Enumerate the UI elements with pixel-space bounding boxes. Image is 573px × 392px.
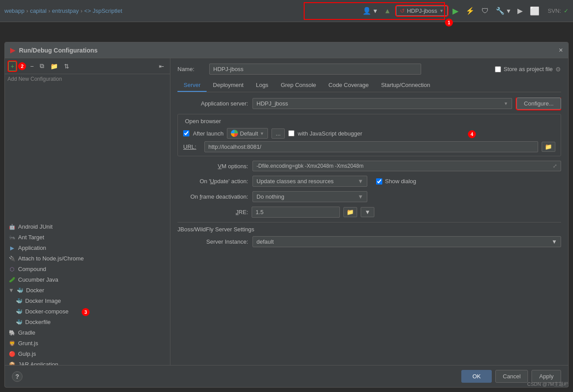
tree-item-android[interactable]: 🤖 Android JUnit: [5, 222, 170, 232]
url-input[interactable]: [204, 141, 538, 152]
profile-run-button[interactable]: 🔧 ▾: [494, 5, 512, 16]
ok-button[interactable]: OK: [461, 370, 492, 383]
on-frame-value: Do nothing: [256, 193, 284, 200]
remove-config-button[interactable]: −: [28, 61, 36, 71]
collapse-button[interactable]: ⇤: [157, 61, 166, 71]
dialog-icon: ▶: [10, 46, 15, 54]
name-input[interactable]: [209, 64, 421, 75]
cancel-button[interactable]: Cancel: [495, 370, 528, 383]
run-config-selector[interactable]: ↺ HDPJ-jboss ▼: [396, 6, 448, 16]
run-with-button[interactable]: ▶: [515, 5, 525, 16]
dialog-title-bar: ▶ Run/Debug Configurations ×: [5, 42, 568, 58]
tab-logs[interactable]: Logs: [250, 79, 275, 92]
tab-deployment[interactable]: Deployment: [207, 79, 249, 92]
js-debugger-checkbox[interactable]: [288, 130, 294, 136]
copy-config-button[interactable]: ⧉: [38, 61, 46, 71]
tree-item-grunt[interactable]: 🦁 Grunt.js: [5, 338, 170, 349]
show-dialog-checkbox[interactable]: [376, 178, 382, 185]
left-panel: + 2 − ⧉ 📁 ⇅ ⇤ Add New Configuration 🤖 An…: [5, 58, 170, 365]
on-frame-select[interactable]: Do nothing ▼: [253, 191, 367, 202]
tree-item-gradle[interactable]: 🐘 Gradle: [5, 328, 170, 338]
tab-code-coverage[interactable]: Code Coverage: [322, 79, 375, 92]
jre-folder-button[interactable]: 📁: [343, 207, 357, 217]
vm-options-value: -Dfile.encoding=gbk -Xmx2048m -Xms2048m: [256, 163, 363, 169]
add-config-button[interactable]: +: [8, 61, 16, 71]
jre-input[interactable]: [252, 207, 340, 218]
tree-item-docker[interactable]: ▼ 🐳 Docker: [5, 285, 170, 296]
jboss-settings-title: JBoss/WildFly Server Settings: [177, 222, 561, 233]
dockerfile-icon: 🐳: [15, 319, 23, 326]
url-folder-button[interactable]: 📁: [542, 142, 555, 152]
stop-button[interactable]: ⬜: [528, 5, 542, 17]
run-button[interactable]: ▶: [450, 5, 461, 17]
tab-grep-console[interactable]: Grep Console: [275, 79, 322, 92]
watermark: CSDN @7M主题栏: [527, 381, 569, 388]
tree-item-cucumber[interactable]: 🥒 Cucumber Java: [5, 275, 170, 285]
tree-item-ant[interactable]: 🐜 Ant Target: [5, 232, 170, 243]
run-config-name: HDPJ-jboss: [407, 8, 437, 14]
profile-button[interactable]: 👤 ▾: [360, 5, 379, 16]
after-launch-checkbox[interactable]: [183, 130, 189, 136]
vcs-update-button[interactable]: ▲: [382, 6, 393, 16]
jre-expand-button[interactable]: ▼: [361, 207, 374, 217]
gulp-icon: 🔴: [8, 351, 15, 358]
app-server-select[interactable]: HDPJ_jboss ▼: [253, 98, 512, 109]
nodejs-icon: 🔌: [8, 255, 15, 262]
browser-select[interactable]: Default ▼: [227, 128, 268, 139]
tree-item-attach[interactable]: 🔌 Attach to Node.js/Chrome: [5, 253, 170, 264]
browser-more-button[interactable]: ...: [271, 128, 284, 139]
compound-icon: ⬡: [8, 266, 15, 273]
after-launch-label: After launch: [193, 130, 223, 137]
dialog-close-button[interactable]: ×: [559, 46, 563, 54]
tree-item-jar[interactable]: 📦 JAR Application: [5, 359, 170, 366]
top-bar: webapp › capital › entrustpay › <> JspSc…: [0, 0, 573, 22]
on-update-dropdown-arrow: ▼: [358, 178, 363, 185]
breadcrumb: webapp › capital › entrustpay › <> JspSc…: [4, 8, 122, 14]
on-update-select[interactable]: Update classes and resources ▼: [253, 176, 367, 187]
app-server-value: HDPJ_jboss: [256, 100, 288, 107]
tree-item-gulp[interactable]: 🔴 Gulp.js: [5, 349, 170, 359]
dialog-title: Run/Debug Configurations: [19, 47, 98, 54]
tab-server[interactable]: Server: [177, 79, 207, 92]
server-instance-select[interactable]: default ▼: [253, 236, 561, 247]
tree-item-cucumber-label: Cucumber Java: [18, 276, 58, 283]
store-project-checkbox[interactable]: [495, 66, 501, 72]
breadcrumb-item-4[interactable]: <> JspScriptlet: [84, 8, 122, 14]
app-server-dropdown-arrow: ▼: [504, 101, 508, 106]
cucumber-icon: 🥒: [8, 276, 15, 283]
vm-options-expand-icon[interactable]: ⤢: [553, 163, 557, 169]
open-browser-title: Open browser: [185, 118, 555, 124]
annotation-1: 1: [445, 19, 453, 26]
tree-item-application[interactable]: ▶ Application: [5, 243, 170, 253]
grunt-icon: 🦁: [8, 340, 15, 347]
app-server-row: Application server: HDPJ_jboss ▼ Configu…: [177, 98, 561, 109]
move-to-folder-button[interactable]: 📁: [48, 61, 60, 71]
docker-compose-icon: 🐳: [15, 308, 23, 315]
vm-options-field[interactable]: -Dfile.encoding=gbk -Xmx2048m -Xms2048m …: [253, 161, 561, 171]
js-debugger-label: with JavaScript debugger: [298, 130, 362, 137]
name-field-label: Name:: [177, 66, 204, 72]
on-frame-dropdown-arrow: ▼: [358, 193, 363, 200]
configure-button[interactable]: Configure...: [516, 98, 561, 109]
tree-item-application-label: Application: [18, 245, 46, 251]
coverage-button[interactable]: 🛡: [479, 6, 491, 16]
config-tree: 🤖 Android JUnit 🐜 Ant Target ▶ Applicati…: [5, 220, 170, 366]
tree-item-dockerfile[interactable]: 🐳 Dockerfile: [5, 317, 170, 328]
tree-item-docker-compose[interactable]: 🐳 Docker-compose: [5, 306, 170, 317]
breadcrumb-item-1[interactable]: webapp: [4, 8, 25, 14]
run-config-dropdown-arrow: ▼: [439, 8, 444, 13]
tree-item-grunt-label: Grunt.js: [18, 340, 38, 347]
sort-button[interactable]: ⇅: [62, 61, 72, 71]
help-button[interactable]: ?: [12, 371, 23, 382]
breadcrumb-item-3[interactable]: entrustpay: [52, 8, 79, 14]
breadcrumb-item-2[interactable]: capital: [30, 8, 47, 14]
gear-icon[interactable]: ⚙: [555, 66, 561, 73]
left-toolbar: + 2 − ⧉ 📁 ⇅ ⇤: [5, 58, 170, 74]
tree-item-gradle-label: Gradle: [18, 329, 35, 336]
tree-item-docker-image[interactable]: 🐳 Docker Image: [5, 296, 170, 306]
store-checkbox-row: Store as project file ⚙: [495, 66, 561, 73]
svn-status: ✓: [564, 8, 569, 14]
tab-startup-connection[interactable]: Startup/Connection: [375, 79, 436, 92]
tree-item-compound[interactable]: ⬡ Compound: [5, 264, 170, 275]
debug-button[interactable]: ⚡: [464, 5, 477, 16]
